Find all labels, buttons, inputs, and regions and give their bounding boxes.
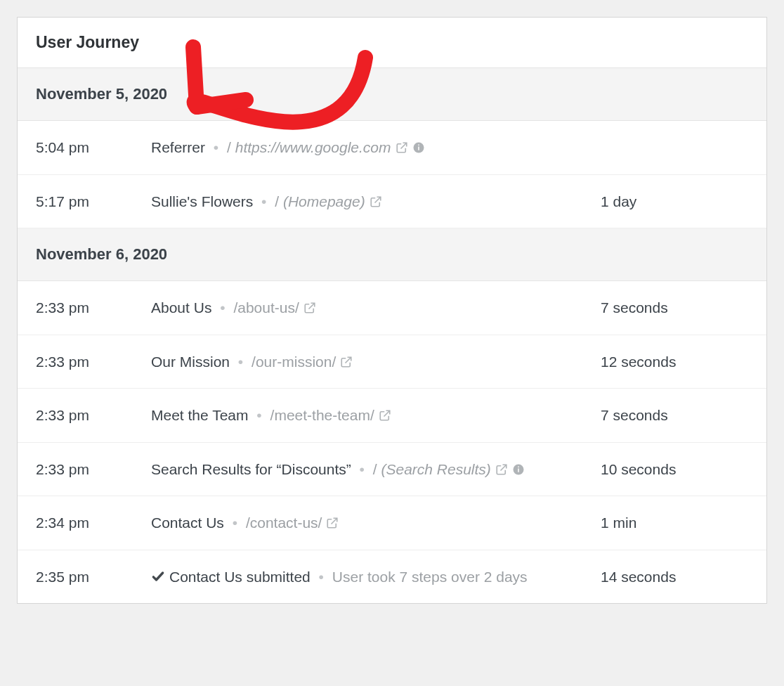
- row-time: 2:33 pm: [36, 297, 151, 319]
- separator-dot: •: [205, 139, 227, 155]
- separator-dot: •: [230, 354, 251, 370]
- panel-header: User Journey: [18, 18, 766, 68]
- row-main: Contact Us submitted • User took 7 steps…: [151, 566, 601, 588]
- row-duration: 12 seconds: [601, 351, 748, 373]
- row-path: (Homepage): [283, 193, 365, 209]
- row-main: Contact Us • /contact-us/: [151, 512, 601, 534]
- row-time: 2:35 pm: [36, 566, 151, 588]
- svg-rect-5: [518, 466, 519, 467]
- external-link-icon[interactable]: [379, 409, 391, 422]
- external-link-icon[interactable]: [396, 141, 408, 154]
- row-main: About Us • /about-us/: [151, 297, 601, 319]
- row-path: /our-mission/: [251, 354, 336, 370]
- row-time: 5:17 pm: [36, 190, 151, 213]
- journey-row: 2:33 pmSearch Results for “Discounts” • …: [18, 443, 766, 497]
- row-path: /about-us/: [233, 299, 299, 316]
- row-path: https://www.google.com: [235, 139, 391, 155]
- journey-row: 2:33 pmMeet the Team • /meet-the-team/7 …: [18, 389, 766, 443]
- row-title: Sullie's Flowers: [151, 193, 253, 209]
- row-main: Search Results for “Discounts” • / (Sear…: [151, 458, 601, 481]
- row-duration: 1 day: [601, 190, 748, 213]
- row-title: Referrer: [151, 139, 205, 155]
- svg-rect-4: [518, 468, 519, 472]
- row-main: Referrer • / https://www.google.com: [151, 136, 601, 159]
- row-path-prefix: /: [227, 139, 235, 155]
- separator-dot: •: [249, 407, 270, 423]
- separator-dot: •: [211, 299, 233, 316]
- external-link-icon[interactable]: [303, 302, 316, 314]
- journey-row: 2:34 pmContact Us • /contact-us/1 min: [18, 496, 766, 550]
- row-main: Our Mission • /our-mission/: [151, 351, 601, 373]
- row-duration: 14 seconds: [601, 566, 748, 588]
- row-time: 2:34 pm: [36, 512, 151, 534]
- row-title: Contact Us: [151, 514, 224, 531]
- row-path: (Search Results): [381, 461, 490, 477]
- journey-row: 5:04 pmReferrer • / https://www.google.c…: [18, 121, 766, 175]
- journey-row: 5:17 pmSullie's Flowers • / (Homepage)1 …: [18, 175, 766, 229]
- row-duration: 10 seconds: [601, 458, 748, 481]
- row-time: 2:33 pm: [36, 404, 151, 427]
- row-title: About Us: [151, 299, 211, 316]
- separator-dot: •: [253, 193, 275, 209]
- row-time: 2:33 pm: [36, 351, 151, 373]
- row-path: /contact-us/: [246, 514, 322, 531]
- row-duration: 1 min: [601, 512, 748, 534]
- user-journey-panel: User Journey November 5, 20205:04 pmRefe…: [17, 17, 767, 604]
- svg-rect-2: [418, 145, 419, 146]
- panel-title: User Journey: [36, 33, 748, 52]
- row-main: Meet the Team • /meet-the-team/: [151, 404, 601, 427]
- external-link-icon[interactable]: [495, 463, 508, 476]
- svg-rect-1: [418, 147, 419, 150]
- row-main: Sullie's Flowers • / (Homepage): [151, 190, 601, 213]
- info-icon[interactable]: [512, 463, 525, 476]
- row-title: Meet the Team: [151, 407, 249, 423]
- row-path: /meet-the-team/: [270, 407, 374, 423]
- journey-row: 2:33 pmOur Mission • /our-mission/12 sec…: [18, 335, 766, 389]
- journey-row: 2:35 pmContact Us submitted • User took …: [18, 550, 766, 604]
- row-time: 5:04 pm: [36, 136, 151, 159]
- date-header: November 6, 2020: [18, 228, 766, 281]
- check-icon: [151, 569, 165, 583]
- row-time: 2:33 pm: [36, 458, 151, 481]
- separator-dot: •: [351, 461, 373, 477]
- external-link-icon[interactable]: [340, 356, 353, 368]
- external-link-icon[interactable]: [370, 195, 382, 208]
- row-path-prefix: /: [275, 193, 283, 209]
- separator-dot: •: [311, 569, 332, 585]
- row-path-prefix: /: [373, 461, 381, 477]
- journey-row: 2:33 pmAbout Us • /about-us/7 seconds: [18, 281, 766, 335]
- row-title: Search Results for “Discounts”: [151, 461, 351, 477]
- row-duration: 7 seconds: [601, 404, 748, 427]
- row-summary: User took 7 steps over 2 days: [332, 569, 528, 585]
- separator-dot: •: [224, 514, 246, 531]
- external-link-icon[interactable]: [326, 517, 339, 529]
- info-icon[interactable]: [412, 141, 425, 154]
- row-title: Our Mission: [151, 354, 230, 370]
- row-duration: 7 seconds: [601, 297, 748, 319]
- date-header: November 5, 2020: [18, 68, 766, 121]
- row-title: Contact Us submitted: [169, 569, 311, 585]
